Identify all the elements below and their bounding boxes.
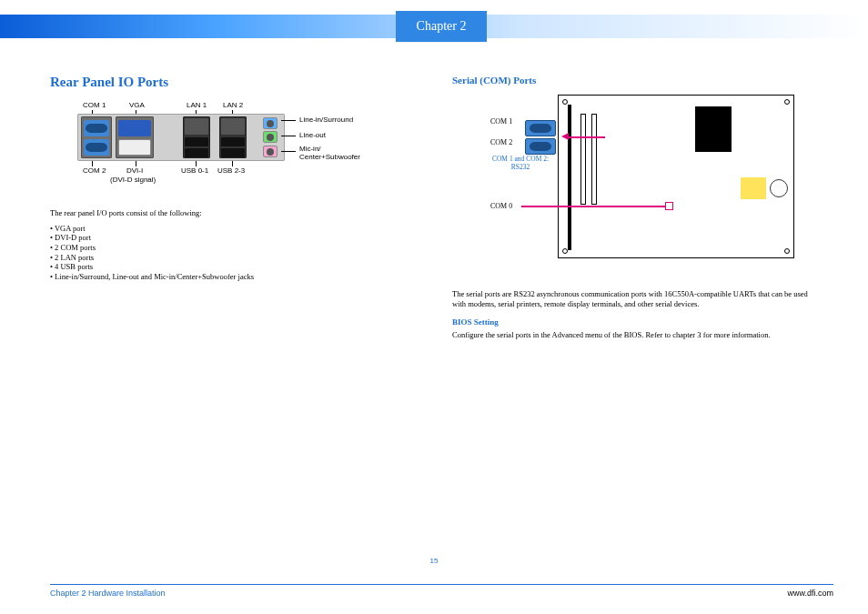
board-com-stack bbox=[525, 118, 561, 156]
label-usb23: USB 2-3 bbox=[217, 166, 245, 175]
list-item: • VGA port bbox=[50, 224, 420, 234]
label-com1: COM 1 bbox=[83, 101, 106, 109]
label-vga: VGA bbox=[129, 101, 145, 109]
rear-panel-heading: Rear Panel IO Ports bbox=[50, 75, 420, 90]
lan1-usb01-block bbox=[183, 116, 210, 158]
bios-setting-text: Configure the serial ports in the Advanc… bbox=[452, 330, 823, 340]
arrow-left-icon bbox=[561, 133, 569, 140]
label-dvi: DVI-I bbox=[126, 166, 143, 175]
audio-jack-column bbox=[263, 116, 279, 158]
motherboard-outline bbox=[558, 95, 794, 258]
serial-ports-heading: Serial (COM) Ports bbox=[452, 75, 823, 86]
label-board-com0: COM 0 bbox=[490, 202, 512, 210]
label-board-com1: COM 1 bbox=[490, 117, 512, 126]
serial-description: The serial ports are RS232 asynchronous … bbox=[452, 289, 823, 308]
rear-intro-text: The rear panel I/O ports consist of the … bbox=[50, 208, 420, 218]
jack-line-out-icon bbox=[263, 131, 278, 143]
vga-dvi-block bbox=[116, 116, 154, 158]
com1-port-icon bbox=[84, 120, 109, 136]
lan2-usb23-block bbox=[219, 116, 247, 158]
label-lan1: LAN 1 bbox=[187, 101, 207, 109]
list-item: • DVI-D port bbox=[50, 233, 420, 243]
board-diagram: COM 1 COM 2 COM 1 and COM 2: RS232 COM 0 bbox=[452, 95, 812, 286]
board-com1-icon bbox=[525, 120, 556, 136]
list-item: • 2 LAN ports bbox=[50, 253, 420, 263]
footer-chapter-label: Chapter 2 Hardware Installation bbox=[50, 589, 166, 598]
label-com2: COM 2 bbox=[83, 166, 106, 175]
chapter-tab: Chapter 2 bbox=[396, 11, 487, 42]
list-item: • 4 USB ports bbox=[50, 262, 420, 272]
label-line-out: Line-out bbox=[299, 131, 326, 139]
bios-setting-heading: BIOS Setting bbox=[452, 317, 823, 327]
label-line-in: Line-in/Surround bbox=[299, 116, 353, 124]
jack-line-in-icon bbox=[263, 117, 278, 129]
com2-port-icon bbox=[84, 139, 109, 156]
rear-panel-diagram: COM 1 VGA LAN 1 LAN 2 Line-in/Surround bbox=[77, 101, 423, 201]
com0-header-icon bbox=[665, 202, 673, 210]
footer-rule bbox=[50, 584, 833, 585]
label-board-com2: COM 2 bbox=[490, 138, 512, 146]
page-number: 15 bbox=[0, 557, 868, 565]
com-port-stack bbox=[81, 116, 112, 158]
right-column: Serial (COM) Ports COM 1 COM 2 COM 1 and… bbox=[452, 75, 823, 340]
label-dvi-sub: (DVI-D signal) bbox=[110, 176, 156, 184]
label-usb01: USB 0-1 bbox=[181, 166, 208, 175]
label-com12-note: COM 1 and COM 2: RS232 bbox=[479, 155, 561, 171]
rear-port-list: • VGA port • DVI-D port • 2 COM ports • … bbox=[50, 224, 420, 282]
list-item: • 2 COM ports bbox=[50, 243, 420, 253]
label-mic-in: Mic-in/ Center+Subwoofer bbox=[299, 145, 360, 161]
board-com2-icon bbox=[525, 138, 556, 155]
list-item: • Line-in/Surround, Line-out and Mic-in/… bbox=[50, 272, 420, 282]
label-lan2: LAN 2 bbox=[223, 101, 243, 109]
footer-url: www.dfi.com bbox=[787, 589, 833, 598]
jack-mic-in-icon bbox=[263, 146, 278, 157]
rear-panel-plate bbox=[77, 114, 285, 161]
left-column: Rear Panel IO Ports COM 1 VGA LAN 1 LAN … bbox=[50, 75, 420, 281]
